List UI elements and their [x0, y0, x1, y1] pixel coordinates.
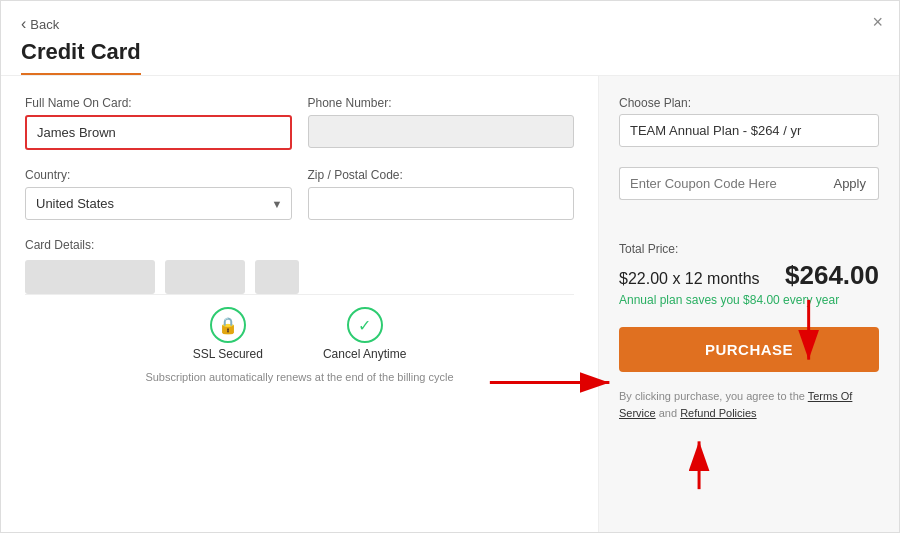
- cancel-label: Cancel Anytime: [323, 347, 406, 361]
- coupon-row: Apply: [619, 167, 879, 200]
- card-cvv-input[interactable]: [255, 260, 299, 294]
- trust-icons: 🔒 SSL Secured ✓ Cancel Anytime: [49, 307, 550, 361]
- price-total: $264.00: [785, 260, 879, 291]
- months-label: months: [707, 270, 759, 287]
- zip-group: Zip / Postal Code:: [308, 168, 575, 220]
- ssl-icon: 🔒: [210, 307, 246, 343]
- renewal-note: Subscription automatically renews at the…: [49, 371, 550, 383]
- left-panel-content: Full Name On Card: Phone Number: Country…: [25, 96, 574, 399]
- form-content: Full Name On Card: Phone Number: Country…: [25, 96, 574, 294]
- terms-note: By clicking purchase, you agree to the T…: [619, 388, 879, 421]
- phone-input[interactable]: [308, 115, 575, 148]
- refund-policies-link[interactable]: Refund Policies: [680, 407, 756, 419]
- country-select-wrapper[interactable]: United States ▼: [25, 187, 292, 220]
- coupon-input[interactable]: [619, 167, 821, 200]
- ssl-label: SSL Secured: [193, 347, 263, 361]
- plan-select[interactable]: TEAM Annual Plan - $264 / yr: [619, 114, 879, 147]
- name-phone-row: Full Name On Card: Phone Number:: [25, 96, 574, 150]
- country-label: Country:: [25, 168, 292, 182]
- price-row: $22.00 x 12 months $264.00: [619, 260, 879, 291]
- full-name-label: Full Name On Card:: [25, 96, 292, 110]
- card-details-fields: [25, 260, 574, 294]
- card-number-input[interactable]: [25, 260, 155, 294]
- modal-body: Full Name On Card: Phone Number: Country…: [1, 76, 899, 532]
- left-panel: Full Name On Card: Phone Number: Country…: [1, 76, 599, 532]
- plan-group: Choose Plan: TEAM Annual Plan - $264 / y…: [619, 96, 879, 147]
- country-group: Country: United States ▼: [25, 168, 292, 220]
- modal-header: Back Credit Card ×: [1, 1, 899, 76]
- close-button[interactable]: ×: [872, 13, 883, 31]
- modal: Back Credit Card × Full Name On Card: Ph…: [0, 0, 900, 533]
- savings-note: Annual plan saves you $84.00 every year: [619, 293, 879, 307]
- zip-label: Zip / Postal Code:: [308, 168, 575, 182]
- right-panel: Choose Plan: TEAM Annual Plan - $264 / y…: [599, 76, 899, 532]
- phone-group: Phone Number:: [308, 96, 575, 150]
- zip-input[interactable]: [308, 187, 575, 220]
- apply-coupon-button[interactable]: Apply: [821, 167, 879, 200]
- card-details-section: Card Details:: [25, 238, 574, 294]
- back-button[interactable]: Back: [21, 15, 879, 33]
- price-breakdown: $22.00 x 12 months: [619, 270, 760, 288]
- total-section: Total Price: $22.00 x 12 months $264.00 …: [619, 242, 879, 307]
- phone-label: Phone Number:: [308, 96, 575, 110]
- ssl-trust-item: 🔒 SSL Secured: [193, 307, 263, 361]
- card-details-label: Card Details:: [25, 238, 574, 252]
- bottom-section: 🔒 SSL Secured ✓ Cancel Anytime Subscript…: [25, 294, 574, 399]
- choose-plan-label: Choose Plan:: [619, 96, 879, 110]
- purchase-button[interactable]: PURCHASE: [619, 327, 879, 372]
- checkmark-icon: ✓: [347, 307, 383, 343]
- card-expiry-input[interactable]: [165, 260, 245, 294]
- full-name-group: Full Name On Card:: [25, 96, 292, 150]
- page-title: Credit Card: [21, 39, 141, 75]
- price-breakdown-amount: $22.00 x 12: [619, 270, 703, 287]
- full-name-input[interactable]: [25, 115, 292, 150]
- country-zip-row: Country: United States ▼ Zip / Postal Co…: [25, 168, 574, 220]
- cancel-trust-item: ✓ Cancel Anytime: [323, 307, 406, 361]
- country-select[interactable]: United States: [26, 188, 291, 219]
- total-label: Total Price:: [619, 242, 879, 256]
